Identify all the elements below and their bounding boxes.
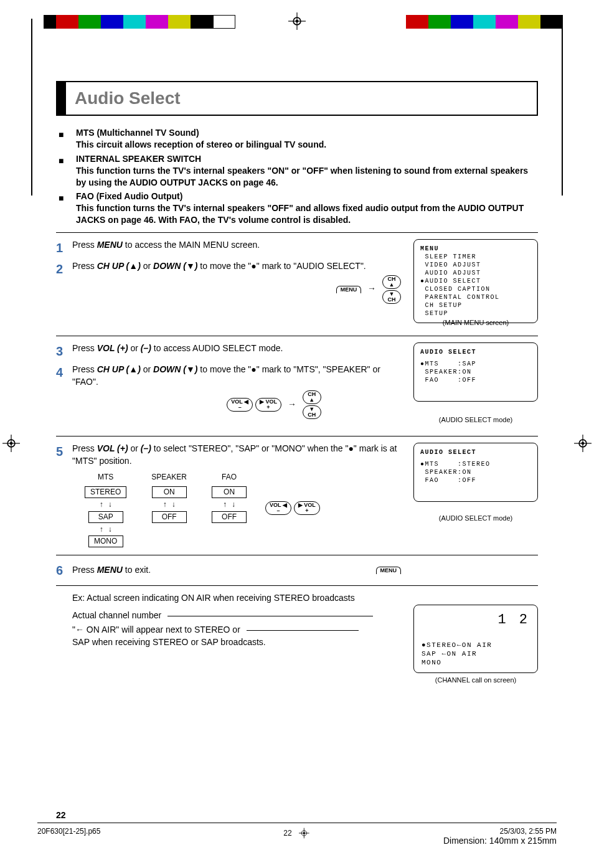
ch-up-button-icon: CH▲ — [303, 390, 321, 404]
vol-minus-button-icon: VOL ◀– — [227, 398, 253, 412]
svg-point-7 — [10, 442, 13, 445]
intro-sub: This function turns the TV's internal sp… — [76, 165, 538, 189]
intro-head: INTERNAL SPEAKER SWITCH — [76, 154, 201, 164]
example-onair-label: "← ON AIR" will appear next to STEREO or — [72, 625, 240, 634]
step-number: 3 — [56, 342, 72, 360]
arrow-up-icon: ↑ — [100, 499, 103, 510]
arrow-right-icon: → — [367, 283, 376, 293]
screen-caption: (MAIN MENU screen) — [413, 319, 538, 326]
crop-mark — [562, 19, 563, 196]
audio-select-screen-1: AUDIO SELECT ●MTS :SAP SPEAKER:ON FAO :O… — [413, 342, 538, 402]
vol-plus-button-icon: ▶ VOL+ — [255, 398, 281, 412]
example-intro: Ex: Actual screen indicating ON AIR when… — [72, 592, 401, 605]
title-text: Audio Select — [75, 88, 528, 108]
svg-point-15 — [303, 832, 305, 834]
ch-down-button-icon: ▼CH — [382, 290, 401, 304]
example-sap-label: SAP when receiving STEREO or SAP broadca… — [72, 636, 401, 649]
divider — [56, 232, 538, 233]
registration-target-left-icon — [2, 435, 20, 455]
ch-up-button-icon: CH▲ — [382, 275, 401, 289]
bullet-icon — [59, 192, 67, 226]
intro-head: FAO (Fixed Audio Output) — [76, 191, 182, 201]
step-number: 2 — [56, 260, 72, 304]
arrow-up-icon: ↑ — [100, 524, 103, 535]
svg-point-3 — [296, 20, 299, 23]
step-6: 6 Press MENU to exit. MENU — [56, 562, 538, 579]
footer-date: 25/3/03, 2:55 PM — [500, 827, 557, 836]
audio-select-screen-2: AUDIO SELECT ●MTS :STEREO SPEAKER:ON FAO… — [413, 443, 538, 502]
footer-page-num: 22 — [283, 829, 291, 837]
screen-caption: (AUDIO SELECT mode) — [413, 416, 538, 423]
section-title: Audio Select — [56, 81, 538, 116]
svg-point-11 — [582, 442, 585, 445]
registration-target-icon — [288, 12, 306, 32]
registration-target-right-icon — [574, 435, 592, 455]
footer-dimension: Dimension: 140mm x 215mm — [443, 836, 557, 846]
intro-head: MTS (Multichannel TV Sound) — [76, 128, 199, 138]
arrow-down-icon: ↓ — [108, 524, 112, 535]
channel-number: 1 2 — [422, 611, 530, 630]
leader-line — [247, 630, 359, 631]
menu-button-icon: MENU — [376, 567, 402, 574]
intro-sub: This function turns the TV's internal sp… — [76, 202, 538, 226]
ch-down-button-icon: ▼CH — [303, 405, 321, 419]
leader-line — [167, 616, 373, 616]
arrow-down-icon: ↓ — [232, 499, 235, 510]
page-number: 22 — [56, 810, 538, 820]
example-block: Ex: Actual screen indicating ON AIR when… — [56, 592, 538, 679]
example-channel-label: Actual channel number — [72, 610, 161, 620]
screen-caption: (AUDIO SELECT mode) — [413, 514, 538, 522]
registration-target-icon — [298, 827, 311, 839]
step-number: 5 — [56, 443, 72, 549]
step-number: 6 — [56, 562, 72, 579]
divider — [56, 585, 538, 586]
intro-sub: This circuit allows reception of stereo … — [76, 139, 538, 151]
screen-caption: (CHANNEL call on screen) — [413, 676, 538, 684]
arrow-right-icon: → — [288, 399, 296, 409]
menu-button-icon: MENU — [336, 286, 362, 293]
bullet-icon — [59, 129, 67, 151]
channel-call-screen: 1 2 ●STEREO←ON AIR SAP ←ON AIR MONO — [413, 605, 538, 672]
arrow-down-icon: ↓ — [172, 499, 176, 510]
page-footer: 20F630[21-25].p65 22 25/3/03, 2:55 PMDim… — [37, 823, 557, 846]
intro-block: MTS (Multichannel TV Sound) This circuit… — [59, 127, 538, 226]
main-menu-screen: MENU SLEEP TIMER VIDEO ADJUST AUDIO ADJU… — [413, 239, 538, 323]
option-diagram: MTS STEREO ↑↓ SAP ↑↓ MONO SPEAKER ON ↑↓ … — [85, 472, 247, 549]
step-number: 4 — [56, 364, 72, 419]
vol-plus-button-icon: ▶ VOL+ — [294, 501, 320, 515]
footer-filename: 20F630[21-25].p65 — [37, 827, 100, 846]
bullet-icon — [59, 155, 67, 189]
registration-bars — [0, 15, 594, 29]
divider — [56, 336, 538, 336]
arrow-up-icon: ↑ — [163, 499, 167, 510]
arrow-down-icon: ↓ — [108, 499, 112, 510]
step-number: 1 — [56, 239, 72, 257]
arrow-up-icon: ↑ — [223, 499, 227, 510]
crop-mark — [31, 19, 32, 196]
divider — [56, 436, 538, 436]
divider — [56, 555, 538, 555]
vol-minus-button-icon: VOL ◀– — [265, 501, 291, 515]
